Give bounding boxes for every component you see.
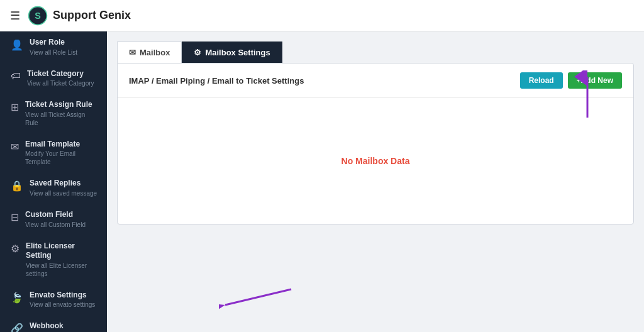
sidebar-item-user-role[interactable]: 👤 User Role View all Role List: [0, 31, 107, 63]
sidebar-label-custom-field: Custom Field: [25, 210, 86, 220]
logo-icon: S: [28, 6, 48, 26]
user-role-icon: 👤: [11, 39, 23, 51]
tab-mailbox-label: Mailbox: [140, 48, 170, 57]
sidebar: 👤 User Role View all Role List 🏷 Ticket …: [0, 31, 107, 332]
logo: S Support Genix: [28, 6, 131, 26]
sidebar-sublabel-envato: View all envato settings: [30, 301, 95, 309]
content-card: IMAP / Email Piping / Email to Ticket Se…: [117, 63, 634, 224]
sidebar-label-envato: Envato Settings: [30, 290, 95, 301]
main-wrapper: ✉ Mailbox ⚙ Mailbox Settings IMAP / Emai…: [107, 31, 644, 332]
email-template-icon: ✉: [11, 141, 19, 153]
sidebar-item-elite-licenser[interactable]: ⚙ Elite Licenser Setting View all Elite …: [0, 235, 107, 284]
ticket-assign-icon: ⊞: [11, 101, 19, 113]
sidebar-sublabel-saved-replies: View all saved message: [30, 189, 97, 197]
sidebar-item-saved-replies[interactable]: 🔒 Saved Replies View all saved message: [0, 172, 107, 204]
webhook-icon: 🔗: [11, 323, 23, 332]
layout: 👤 User Role View all Role List 🏷 Ticket …: [0, 31, 644, 332]
sidebar-label-ticket-assign: Ticket Assign Rule: [25, 100, 98, 110]
tab-mailbox-settings-label: Mailbox Settings: [205, 48, 270, 57]
svg-line-5: [225, 289, 291, 305]
custom-field-icon: ⊟: [11, 211, 19, 223]
sidebar-label-user-role: User Role: [30, 38, 77, 48]
topbar: ☰ S Support Genix: [0, 0, 644, 31]
sidebar-label-ticket-category: Ticket Category: [27, 69, 94, 79]
sidebar-item-custom-field[interactable]: ⊟ Custom Field View all Custom Field: [0, 204, 107, 235]
card-header: IMAP / Email Piping / Email to Ticket Se…: [118, 64, 633, 98]
email-to-ticket-arrow-annotation: [219, 277, 294, 314]
logo-text: Support Genix: [53, 9, 131, 22]
card-actions: Reload +Add New: [520, 72, 622, 89]
sidebar-item-webhook[interactable]: 🔗 Webhook View all Webhooks: [0, 315, 107, 332]
tabs: ✉ Mailbox ⚙ Mailbox Settings: [117, 42, 634, 63]
svg-text:S: S: [35, 10, 41, 20]
card-body: No Mailbox Data: [118, 98, 633, 224]
sidebar-item-envato-settings[interactable]: 🍃 Envato Settings View all envato settin…: [0, 284, 107, 316]
mailbox-tab-icon: ✉: [129, 48, 136, 57]
tab-mailbox[interactable]: ✉ Mailbox: [117, 42, 182, 63]
sidebar-sublabel-custom-field: View all Custom Field: [25, 221, 86, 229]
tab-mailbox-settings[interactable]: ⚙ Mailbox Settings: [182, 42, 282, 63]
saved-replies-icon: 🔒: [11, 180, 23, 192]
card-title: IMAP / Email Piping / Email to Ticket Se…: [129, 76, 304, 86]
no-data-message: No Mailbox Data: [341, 156, 410, 166]
sidebar-label-saved-replies: Saved Replies: [30, 179, 97, 189]
sidebar-label-elite-licenser: Elite Licenser Setting: [26, 241, 98, 261]
sidebar-sublabel-ticket-assign: View all Ticket Assign Rule: [25, 111, 98, 127]
main-content: ✉ Mailbox ⚙ Mailbox Settings IMAP / Emai…: [107, 31, 644, 235]
menu-icon[interactable]: ☰: [10, 9, 20, 23]
sidebar-label-webhook: Webhook: [30, 321, 82, 331]
mailbox-settings-tab-icon: ⚙: [194, 48, 201, 57]
sidebar-sublabel-ticket-category: View all Ticket Category: [27, 79, 94, 87]
ticket-category-icon: 🏷: [11, 70, 21, 82]
sidebar-item-ticket-assign-rule[interactable]: ⊞ Ticket Assign Rule View all Ticket Ass…: [0, 94, 107, 133]
add-new-button[interactable]: +Add New: [568, 72, 622, 89]
sidebar-label-email-template: Email Template: [25, 140, 98, 150]
elite-licenser-icon: ⚙: [11, 243, 19, 255]
sidebar-sublabel-elite-licenser: View all Elite Licenser settings: [26, 262, 98, 278]
sidebar-sublabel-user-role: View all Role List: [30, 48, 77, 57]
sidebar-item-email-template[interactable]: ✉ Email Template Modify Your Email Templ…: [0, 133, 107, 173]
reload-button[interactable]: Reload: [520, 72, 563, 89]
envato-icon: 🍃: [11, 292, 23, 304]
sidebar-item-ticket-category[interactable]: 🏷 Ticket Category View all Ticket Catego…: [0, 63, 107, 94]
sidebar-sublabel-email-template: Modify Your Email Template: [25, 150, 98, 166]
